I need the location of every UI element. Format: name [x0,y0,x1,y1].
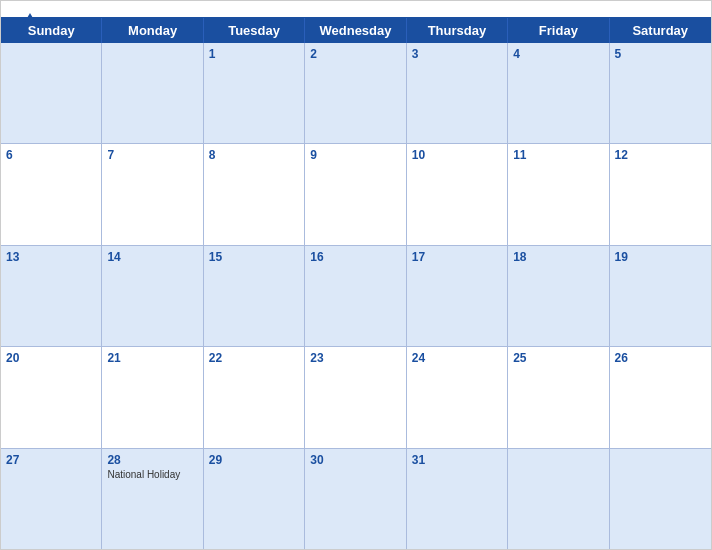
day-number: 3 [412,47,502,61]
day-cell [610,449,711,549]
day-cell: 1 [204,43,305,143]
day-number: 12 [615,148,706,162]
day-number: 19 [615,250,706,264]
day-number: 5 [615,47,706,61]
day-number: 8 [209,148,299,162]
day-number: 24 [412,351,502,365]
day-number: 6 [6,148,96,162]
day-header-tuesday: Tuesday [204,18,305,43]
day-cell: 16 [305,246,406,346]
day-number: 13 [6,250,96,264]
day-cell: 21 [102,347,203,447]
day-cell: 4 [508,43,609,143]
calendar-weeks: 1234567891011121314151617181920212223242… [1,43,711,549]
day-number: 15 [209,250,299,264]
calendar-header [1,1,711,17]
day-cell: 14 [102,246,203,346]
day-number: 16 [310,250,400,264]
day-cell: 9 [305,144,406,244]
day-cell: 28National Holiday [102,449,203,549]
day-cell: 26 [610,347,711,447]
day-number: 26 [615,351,706,365]
day-number: 1 [209,47,299,61]
day-cell: 12 [610,144,711,244]
day-cell: 29 [204,449,305,549]
day-number: 21 [107,351,197,365]
calendar-container: SundayMondayTuesdayWednesdayThursdayFrid… [0,0,712,550]
day-cell: 24 [407,347,508,447]
day-cell: 23 [305,347,406,447]
holiday-note: National Holiday [107,469,197,480]
day-header-friday: Friday [508,18,609,43]
day-header-thursday: Thursday [407,18,508,43]
day-header-wednesday: Wednesday [305,18,406,43]
day-number: 11 [513,148,603,162]
calendar-grid: SundayMondayTuesdayWednesdayThursdayFrid… [1,17,711,549]
day-number: 7 [107,148,197,162]
day-cell: 22 [204,347,305,447]
day-header-sunday: Sunday [1,18,102,43]
day-cell: 7 [102,144,203,244]
day-number: 9 [310,148,400,162]
day-cell: 18 [508,246,609,346]
day-cell: 31 [407,449,508,549]
day-number: 4 [513,47,603,61]
day-number: 17 [412,250,502,264]
day-cell [102,43,203,143]
day-number: 2 [310,47,400,61]
day-cell: 13 [1,246,102,346]
day-header-monday: Monday [102,18,203,43]
day-cell: 10 [407,144,508,244]
day-cell [1,43,102,143]
week-row-3: 13141516171819 [1,246,711,347]
day-cell: 17 [407,246,508,346]
day-cell: 20 [1,347,102,447]
day-cell [508,449,609,549]
day-header-saturday: Saturday [610,18,711,43]
week-row-2: 6789101112 [1,144,711,245]
day-number: 14 [107,250,197,264]
day-cell: 2 [305,43,406,143]
day-cell: 15 [204,246,305,346]
day-cell: 6 [1,144,102,244]
day-cell: 25 [508,347,609,447]
day-cell: 3 [407,43,508,143]
day-number: 27 [6,453,96,467]
day-number: 29 [209,453,299,467]
day-cell: 11 [508,144,609,244]
day-number: 23 [310,351,400,365]
day-number: 20 [6,351,96,365]
day-number: 18 [513,250,603,264]
day-number: 28 [107,453,197,467]
week-row-5: 2728National Holiday293031 [1,449,711,549]
day-cell: 30 [305,449,406,549]
day-cell: 8 [204,144,305,244]
day-cell: 5 [610,43,711,143]
day-number: 10 [412,148,502,162]
day-number: 30 [310,453,400,467]
logo-icon [21,11,39,29]
day-cell: 19 [610,246,711,346]
day-number: 22 [209,351,299,365]
week-row-4: 20212223242526 [1,347,711,448]
week-row-1: 12345 [1,43,711,144]
day-number: 25 [513,351,603,365]
day-headers-row: SundayMondayTuesdayWednesdayThursdayFrid… [1,18,711,43]
day-cell: 27 [1,449,102,549]
day-number: 31 [412,453,502,467]
svg-marker-0 [23,13,37,25]
